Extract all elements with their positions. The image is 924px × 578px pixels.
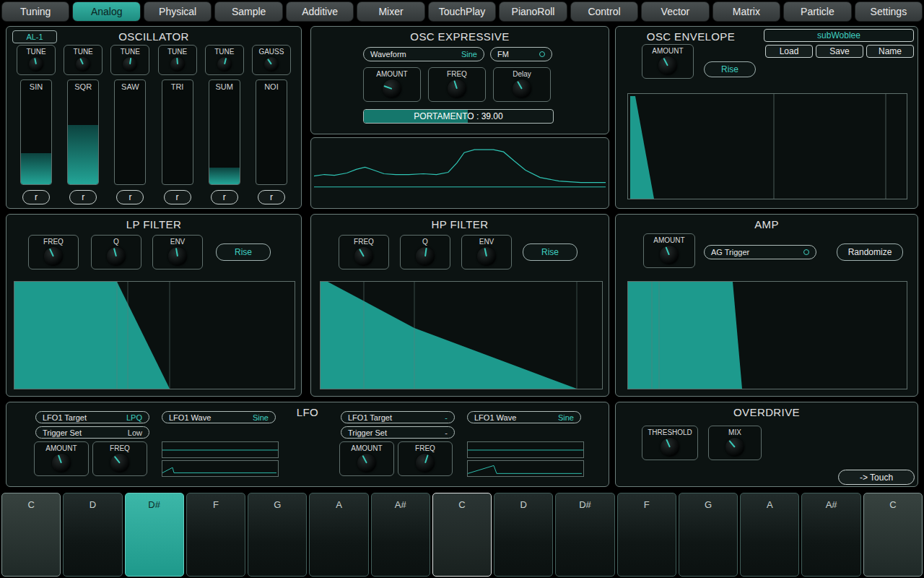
tab-settings[interactable]: Settings [855, 1, 923, 22]
osc-model-chip[interactable]: AL-1 [12, 30, 57, 43]
lp-q-knob-dial[interactable] [107, 247, 126, 266]
hp-env-knob-box[interactable]: ENV [461, 235, 512, 269]
lp-env-knob-box[interactable]: ENV [152, 235, 203, 269]
key-c2[interactable]: C [432, 493, 492, 577]
key-d1[interactable]: D [63, 493, 122, 577]
lp-q-knob-box[interactable]: Q [91, 235, 141, 269]
key-g1[interactable]: G [248, 493, 307, 577]
osc-envelope-graph[interactable] [627, 93, 907, 199]
reset-button[interactable]: r [116, 190, 144, 204]
key-asharp2[interactable]: A# [801, 493, 860, 577]
key-a2[interactable]: A [740, 493, 799, 577]
gauss-knob-dial[interactable] [264, 57, 279, 72]
reset-button[interactable]: r [258, 190, 285, 204]
lfo-left-freq-knob-dial[interactable] [110, 454, 129, 473]
waveform-select[interactable]: Waveform Sine [363, 47, 484, 61]
load-button[interactable]: Load [765, 45, 813, 58]
tab-particle[interactable]: Particle [783, 1, 851, 22]
tab-pianoroll[interactable]: PianoRoll [499, 1, 567, 22]
hp-q-knob-dial[interactable] [416, 247, 435, 266]
amp-amount-knob-dial[interactable] [660, 246, 679, 264]
tab-analog[interactable]: Analog [72, 1, 140, 22]
lfo-right-freq-knob-box[interactable]: FREQ [398, 441, 453, 476]
amp-graph[interactable] [627, 281, 907, 389]
tune-knob-dial[interactable] [217, 57, 232, 72]
amp-trigger-select[interactable]: AG Trigger [704, 245, 816, 259]
tune-knob-box[interactable]: TUNE [64, 45, 103, 75]
amp-amount-knob-box[interactable]: AMOUNT [643, 233, 695, 268]
lfo-right-amount-knob-box[interactable]: AMOUNT [339, 441, 394, 476]
lp-freq-knob-dial[interactable] [44, 247, 63, 266]
threshold-knob-box[interactable]: THRESHOLD [642, 426, 698, 460]
expressive-freq-knob-dial[interactable] [448, 79, 466, 98]
key-a1[interactable]: A [309, 493, 368, 577]
hp-rise-button[interactable]: Rise [523, 243, 578, 261]
save-button[interactable]: Save [816, 45, 863, 58]
hp-env-knob-dial[interactable] [477, 247, 496, 266]
tab-vector[interactable]: Vector [641, 1, 709, 22]
lfo-left-freq-knob-box[interactable]: FREQ [92, 441, 147, 476]
key-g2[interactable]: G [679, 493, 738, 577]
preset-name-field[interactable]: subWoblee [764, 29, 914, 42]
key-asharp1[interactable]: A# [371, 493, 430, 577]
touch-button[interactable]: -> Touch [838, 470, 915, 485]
sin-level-slider[interactable]: SIN [20, 79, 52, 185]
lfo1-wave-select-right[interactable]: LFO1 Wave Sine [467, 411, 581, 423]
lp-rise-button[interactable]: Rise [216, 243, 271, 261]
sqr-level-slider[interactable]: SQR [67, 79, 99, 185]
reset-button[interactable]: r [164, 190, 191, 204]
lfo1-target-select-right[interactable]: LFO1 Target - [341, 411, 455, 423]
key-dsharp1[interactable]: D# [125, 493, 184, 577]
expressive-freq-knob-box[interactable]: FREQ [428, 67, 486, 102]
key-f1[interactable]: F [186, 493, 245, 577]
key-f2[interactable]: F [617, 493, 676, 577]
tab-touchplay[interactable]: TouchPlay [428, 1, 496, 22]
tab-mixer[interactable]: Mixer [357, 1, 424, 22]
tune-knob-dial[interactable] [29, 57, 43, 72]
reset-button[interactable]: r [69, 190, 97, 204]
tune-knob-box[interactable]: TUNE [17, 45, 56, 75]
lp-filter-graph[interactable] [14, 281, 295, 389]
tab-control[interactable]: Control [570, 1, 638, 22]
tune-knob-dial[interactable] [76, 57, 90, 72]
fm-select[interactable]: FM [490, 47, 552, 61]
threshold-knob-dial[interactable] [661, 438, 679, 457]
expressive-amount-knob-box[interactable]: AMOUNT [363, 67, 421, 102]
portamento-bar[interactable]: PORTAMENTO : 39.00 [363, 109, 554, 124]
hp-freq-knob-box[interactable]: FREQ [339, 235, 389, 269]
reset-button[interactable]: r [22, 190, 50, 204]
tab-sample[interactable]: Sample [214, 1, 282, 22]
lfo-right-freq-knob-dial[interactable] [416, 454, 435, 473]
tab-additive[interactable]: Additive [286, 1, 354, 22]
key-c1[interactable]: C [1, 493, 61, 577]
gauss-knob-box[interactable]: GAUSS [252, 45, 291, 75]
tune-knob-dial[interactable] [170, 57, 185, 72]
tab-physical[interactable]: Physical [144, 1, 212, 22]
reset-button[interactable]: r [211, 190, 238, 204]
lfo-left-amount-knob-box[interactable]: AMOUNT [34, 441, 89, 476]
tri-level-slider[interactable]: TRI [162, 79, 193, 185]
hp-filter-graph[interactable] [320, 281, 603, 389]
name-button[interactable]: Name [866, 45, 914, 58]
hp-q-knob-box[interactable]: Q [400, 235, 450, 269]
lfo-left-amount-knob-dial[interactable] [52, 454, 71, 473]
key-c3[interactable]: C [863, 493, 923, 577]
tune-knob-dial[interactable] [123, 57, 137, 72]
lfo1-target-select-left[interactable]: LFO1 Target LPQ [35, 411, 149, 423]
lp-env-knob-dial[interactable] [168, 247, 187, 266]
trigger-set-select-left[interactable]: Trigger Set Low [35, 426, 149, 439]
expressive-amount-knob-dial[interactable] [383, 79, 401, 98]
tab-matrix[interactable]: Matrix [712, 1, 780, 22]
lfo1-wave-select-left[interactable]: LFO1 Wave Sine [162, 411, 276, 423]
tune-knob-box[interactable]: TUNE [110, 45, 149, 75]
tab-tuning[interactable]: Tuning [1, 1, 69, 22]
mix-knob-dial[interactable] [725, 438, 744, 457]
tune-knob-box[interactable]: TUNE [205, 45, 244, 75]
mix-knob-box[interactable]: MIX [708, 426, 762, 460]
expressive-delay-knob-dial[interactable] [513, 79, 531, 98]
sum-level-slider[interactable]: SUM [209, 79, 240, 185]
saw-level-slider[interactable]: SAW [114, 79, 146, 185]
expressive-delay-knob-box[interactable]: Delay [493, 67, 551, 102]
key-dsharp2[interactable]: D# [555, 493, 614, 577]
lp-freq-knob-box[interactable]: FREQ [28, 235, 79, 269]
